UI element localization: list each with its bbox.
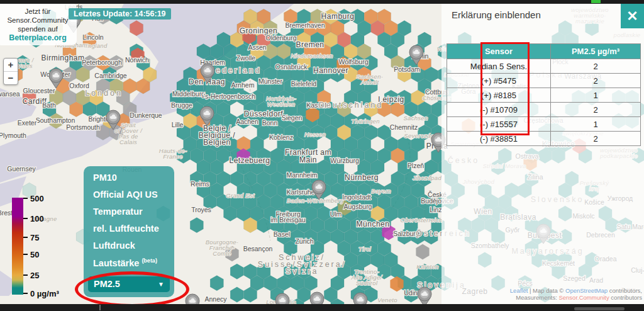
menu-item-temperatur[interactable]: Temperatur (84, 206, 174, 217)
sensor-table-head: SensorPM2.5 µg/m³ (447, 44, 641, 59)
legend-tick-mark (23, 198, 28, 199)
map-label: Birmingham (41, 54, 84, 62)
table-cell: 2 (551, 59, 641, 74)
legend-tick-mark (23, 293, 28, 294)
map-label: Hessen (304, 131, 326, 138)
menu-item-lautstaerke[interactable]: Lautstärke (beta) (84, 257, 174, 268)
menu-item-rel-luftfeuchte[interactable]: rel. Luftfeuchte (84, 223, 174, 234)
map-label: Sachsen (403, 115, 428, 122)
menu-item-luftdruck[interactable]: Luftdruck (84, 240, 174, 251)
table-cell: 2 (551, 132, 641, 146)
donation-line: spenden auf (0, 25, 75, 33)
map-label: England (84, 42, 108, 49)
top-bar-accent (591, 0, 601, 3)
map-label: Münster (258, 77, 282, 85)
map-label: Lille (172, 121, 184, 128)
map-label: Baden-Württemberg (287, 197, 344, 204)
map-label: 's-Hertogenbosch (204, 93, 255, 100)
zoom-in-button[interactable]: + (4, 59, 18, 72)
table-row: (-) #107092 (447, 103, 641, 117)
map-label: Siegen (282, 114, 303, 122)
table-cell: 1 (551, 88, 641, 103)
map-label: Portsmouth (66, 123, 100, 131)
map-label: Tirol (358, 246, 371, 252)
legend-tick-label: 50 (30, 250, 39, 259)
map-label: Veneto (377, 297, 397, 303)
close-icon[interactable]: ✕ (621, 4, 644, 28)
map-label: Oberösterreich (400, 217, 442, 223)
map-label: Jihozápad (412, 174, 441, 181)
map-label: Bremerhaven (285, 21, 325, 29)
attribution-brand[interactable]: Sensor.Community (558, 294, 609, 301)
map-label: Anhalt (360, 79, 379, 86)
map-label: Zwolle (236, 54, 256, 62)
map-label: Oxford (69, 82, 89, 89)
map-label: Linz (430, 206, 441, 213)
panel-heading: Erklärung einblenden (452, 9, 541, 20)
map-label: Ulm (330, 210, 342, 218)
table-header-1: PM2.5 µg/m³ (551, 44, 641, 59)
attribution-text: | Map data © (528, 287, 565, 294)
map-label: Reims (191, 180, 209, 188)
map-attribution: Leaflet | Map data © OpenStreetMap contr… (510, 287, 642, 301)
map-label: Swansea (0, 90, 20, 98)
map-label: Grand Est (226, 192, 255, 199)
legend-tick-label: 100 (30, 214, 44, 223)
map-label: im Breisgau (270, 216, 306, 223)
map-label: Deutschland (319, 101, 384, 110)
map-label: Nürnberg (345, 173, 379, 182)
sensor-table: SensorPM2.5 µg/m³ Median 5 Sens.2(+) #54… (447, 43, 641, 146)
attribution-link[interactable]: Leaflet (510, 287, 528, 294)
red-ellipse-annotation (75, 271, 189, 307)
map-label: Hamburg (321, 12, 355, 21)
donation-box: Jetzt fürSensor.Communityspenden auf Bet… (0, 3, 77, 45)
legend-tick-mark (23, 274, 28, 276)
map-label: Belgien (203, 138, 231, 147)
bottom-bar-box (574, 307, 625, 310)
map-label: Südtirol (356, 280, 378, 286)
zoom-out-button[interactable]: − (4, 72, 18, 84)
map-label: München (357, 220, 390, 229)
last-update-badge: Letztes Update: 14:56:19 (69, 8, 171, 20)
map-label: Osnabrück (275, 63, 308, 71)
map-label: Gloucester (23, 87, 55, 94)
attribution-link[interactable]: OpenStreetMap (565, 287, 608, 294)
table-row: (+) #81851 (447, 88, 641, 103)
map-label: Assen (248, 43, 266, 51)
map-label: Norwich (125, 56, 149, 64)
table-row: (-) #155571 (447, 117, 641, 132)
map-label: Potsdam (394, 65, 420, 73)
map-label: Aachen (236, 118, 258, 125)
color-scale-legend: 5001007550250 µg/m³ (0, 192, 69, 302)
map-label: Exeter (18, 119, 37, 127)
betterplace-link[interactable]: Betterplace.org (0, 33, 75, 42)
map-label: Oldenburg (265, 34, 296, 42)
map-label: Plymouth (0, 132, 26, 139)
menu-item-official-aqi-us[interactable]: Official AQI US (84, 189, 174, 200)
map-label: Besançon (243, 245, 273, 252)
map-label: Brugge (171, 101, 192, 109)
menu-item-pm10[interactable]: PM10 (84, 172, 174, 183)
map-label: Niedersachsen (291, 52, 333, 59)
map-label: Thüringen (351, 118, 379, 125)
map-label: Basel (274, 230, 290, 238)
legend-tick-label: 25 (30, 271, 39, 280)
top-bar (0, 0, 644, 4)
map-label: Mannheim (286, 171, 317, 179)
table-cell: 1 (551, 117, 641, 132)
legend-tick-mark (23, 254, 28, 255)
map-label: Main (299, 156, 317, 164)
menu-beta-suffix: (beta) (142, 257, 157, 264)
map-label: Chemnitz (390, 123, 418, 131)
legend-tick-mark (23, 237, 28, 238)
menu-beta-label: Lautstärke (93, 258, 139, 268)
map-label: Augsburg (344, 203, 372, 210)
map-label: Hannover (313, 66, 348, 75)
map-label: Plzeň (408, 162, 424, 169)
map-label: France (163, 153, 182, 160)
map-label: Troyes (191, 206, 211, 213)
table-row: Median 5 Sens.2 (447, 59, 641, 74)
map-label: Bremen (296, 40, 324, 49)
table-row: (+) #54752 (447, 74, 641, 88)
map-label: Wolfsburg (338, 58, 368, 65)
